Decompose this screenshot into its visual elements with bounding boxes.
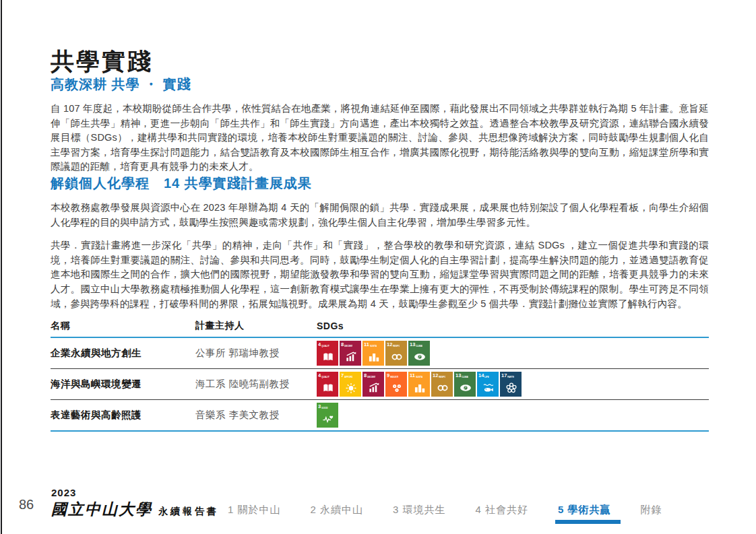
eye-globe-icon [455,380,475,396]
heartbeat-icon [318,411,338,427]
footer-nav-item-label: 2 永續中山 [311,504,364,515]
plan-name: 企業永續與地方創生 [51,347,195,360]
plan-leader: 海工系 陸曉筠副教授 [195,378,317,391]
sdg-title: SUSTAINABLE CITIES AND COMMUNITIES [370,345,377,349]
sdg-number: 4 [318,373,321,378]
page-footer: 86 2023 國立中山大學 永續報告書 1 關於中山 2 永續中山 3 環境共… [0,486,756,534]
sdg-number: 12 [387,342,392,347]
sun-icon [341,380,360,396]
sdg-12-tile: 12RESPONSIBLE CONSUMPTION AND PRODUCTION [385,341,407,366]
table-row: 表達藝術與高齡照護 音樂系 李美文教授 3GOOD HEALTH AND WEL… [51,400,709,432]
footer-nav-item[interactable]: 5 學術共贏 [558,504,611,516]
buildings-icon [410,380,429,396]
plan-name: 表達藝術與高齡照護 [51,409,195,422]
footer-nav-item-label: 附錄 [641,504,662,515]
sdg-3-tile: 3GOOD HEALTH AND WELL-BEING [317,403,338,428]
column-header-name: 名稱 [51,317,195,337]
footer-nav-item[interactable]: 附錄 [641,504,662,516]
sdg-11-tile: 11SUSTAINABLE CITIES AND COMMUNITIES [363,341,384,366]
table-header-row: 名稱 計畫主持人 SDGs [51,317,709,338]
section1-paragraph: 自 107 年度起，本校期盼從師生合作共學，依性質結合在地產業，將視角連結延伸至… [51,102,709,174]
sdg-number: 13 [455,373,461,378]
rings-icon [501,380,521,396]
report-brand: 2023 國立中山大學 永續報告書 [51,487,219,520]
sdg-title: RESPONSIBLE CONSUMPTION AND PRODUCTION [393,345,400,349]
growth-chart-icon [341,349,360,365]
sdg-8-tile: 8DECENT WORK AND ECONOMIC GROWTH [363,372,384,397]
sdg-title: INDUSTRY INNOVATION AND INFRASTRUCTURE [390,376,398,380]
sdg-title: DECENT WORK AND ECONOMIC GROWTH [344,345,352,349]
footer-nav-item-label: 3 環境共生 [393,504,446,515]
sdg-13-tile: 13CLIMATE ACTION [408,341,430,366]
page-edge-line [1,0,2,534]
footer-nav-item-label: 4 社會共好 [476,504,529,515]
report-page: 共學實踐 高教深耕 共學 ・ 實踐 自 107 年度起，本校期盼從師生合作共學，… [0,0,756,534]
sdg-11-tile: 11SUSTAINABLE CITIES AND COMMUNITIES [408,372,430,397]
infinity-icon [387,349,406,365]
sdg-title: QUALITY EDUCATION [321,345,329,349]
book-icon [318,349,338,365]
section2-paragraph-1: 本校教務處教學發展與資源中心在 2023 年舉辦為期 4 天的「解開侷限的鎖」共… [51,201,709,230]
sdg-tile-strip: 3GOOD HEALTH AND WELL-BEING [317,400,709,430]
sdg-plan-table: 名稱 計畫主持人 SDGs 企業永續與地方創生 公事所 郭瑞坤教授 4QUALI… [51,317,709,432]
sdg-tile-strip: 4QUALITY EDUCATION7AFFORDABLE AND CLEAN … [317,369,709,399]
sdg-number: 9 [387,373,389,378]
sdg-7-tile: 7AFFORDABLE AND CLEAN ENERGY [340,372,361,397]
footer-nav-item[interactable]: 3 環境共生 [393,504,446,516]
eye-globe-icon [410,349,429,365]
fish-icon [478,380,498,396]
plan-name: 海洋與島嶼環境變遷 [51,378,195,391]
plan-leader: 公事所 郭瑞坤教授 [195,347,317,360]
sdg-8-tile: 8DECENT WORK AND ECONOMIC GROWTH [340,341,361,366]
table-row: 企業永續與地方創生 公事所 郭瑞坤教授 4QUALITY EDUCATION8D… [51,338,709,369]
footer-nav-item-label: 1 關於中山 [228,504,281,515]
cubes-icon [387,380,406,396]
section2-paragraph-2: 共學．實踐計畫將進一步深化「共學」的精神，走向「共作」和「實踐」，整合學校的教學… [51,238,709,311]
page-content: 共學實踐 高教深耕 共學 ・ 實踐 自 107 年度起，本校期盼從師生合作共學，… [51,0,709,432]
plan-leader: 音樂系 李美文教授 [195,409,317,422]
sdg-12-tile: 12RESPONSIBLE CONSUMPTION AND PRODUCTION [431,372,453,397]
sdg-number: 3 [318,404,321,409]
report-year: 2023 [51,487,219,498]
sdg-tile-strip: 4QUALITY EDUCATION8DECENT WORK AND ECONO… [317,338,709,368]
sdg-number: 13 [410,342,415,347]
sdg-title: QUALITY EDUCATION [321,376,329,380]
sdg-14-tile: 14LIFE BELOW WATER [477,372,499,397]
table-body: 企業永續與地方創生 公事所 郭瑞坤教授 4QUALITY EDUCATION8D… [51,338,709,432]
infinity-icon [433,380,452,396]
page-title: 共學實踐 [51,47,709,75]
sdg-number: 8 [341,342,344,347]
sdg-title: CLIMATE ACTION [416,345,422,349]
footer-nav-item[interactable]: 1 關於中山 [228,504,281,516]
sdg-number: 12 [433,373,438,378]
sdg-number: 11 [410,373,415,378]
section-heading-personalized-program: 解鎖個人化學程 14 共學實踐計畫展成果 [51,174,709,192]
page-number: 86 [19,497,34,512]
sdg-number: 11 [364,342,369,347]
sdg-title: LIFE BELOW WATER [484,376,491,380]
report-name: 永續報告書 [158,506,219,518]
sdg-title: SUSTAINABLE CITIES AND COMMUNITIES [416,376,422,380]
sdg-number: 17 [501,373,507,378]
sdg-title: CLIMATE ACTION [462,376,468,380]
sdg-4-tile: 4QUALITY EDUCATION [317,341,338,366]
growth-chart-icon [364,380,383,396]
footer-nav-item[interactable]: 4 社會共好 [476,504,529,516]
sdg-4-tile: 4QUALITY EDUCATION [317,372,338,397]
footer-nav-item[interactable]: 2 永續中山 [311,504,364,516]
sdg-9-tile: 9INDUSTRY INNOVATION AND INFRASTRUCTURE [385,372,407,397]
table-row: 海洋與島嶼環境變遷 海工系 陸曉筠副教授 4QUALITY EDUCATION7… [51,369,709,400]
sdg-title: GOOD HEALTH AND WELL-BEING [321,407,329,411]
sdg-title: PARTNERSHIPS FOR THE GOALS [507,376,514,380]
sdg-title: DECENT WORK AND ECONOMIC GROWTH [367,376,375,380]
section-heading-coop-learning: 高教深耕 共學 ・ 實踐 [51,75,709,93]
column-header-leader: 計畫主持人 [195,317,317,337]
sdg-title: AFFORDABLE AND CLEAN ENERGY [344,376,352,380]
column-header-sdgs: SDGs [317,318,709,336]
footer-chapter-nav: 1 關於中山 2 永續中山 3 環境共生 4 社會共好 5 學術共贏 附錄 [228,504,662,516]
sdg-number: 7 [341,373,344,378]
buildings-icon [364,349,383,365]
sdg-number: 8 [364,373,367,378]
university-logotype: 國立中山大學 [51,499,152,520]
footer-nav-item-label: 5 學術共贏 [558,504,611,515]
